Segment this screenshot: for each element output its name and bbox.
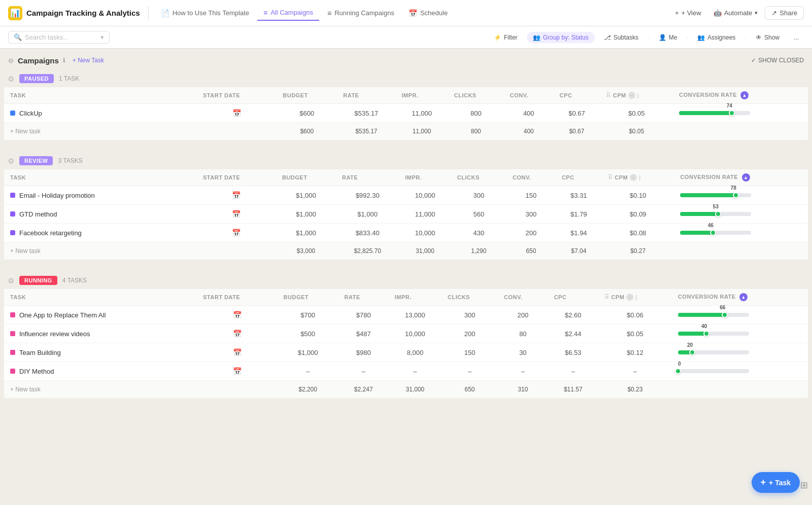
date-picker-icon[interactable]: 📅 <box>233 348 242 356</box>
progress-handle[interactable] <box>689 349 695 355</box>
sort-icon[interactable]: ▲ <box>742 173 750 182</box>
progress-label: 20 <box>687 342 693 348</box>
more-button[interactable]: ... <box>789 32 804 43</box>
progress-bar-bg[interactable] <box>680 231 751 235</box>
progress-handle[interactable] <box>729 110 735 116</box>
share-button[interactable]: ↗ Share <box>765 6 804 20</box>
toolbar: 🔍 Search tasks... ▾ ⚡ Filter 👥 Group by:… <box>0 26 812 49</box>
table-row: GTD method 📅 $1,000 $1,000 11,000 560 30… <box>4 205 808 224</box>
collapse-paused-icon[interactable]: ⊙ <box>8 75 14 83</box>
clicks-cell: 300 <box>442 306 498 324</box>
date-picker-icon[interactable]: 📅 <box>233 330 242 338</box>
col-conversion-rate: CONVERSION RATE ▲ <box>674 169 808 186</box>
chevron-down-icon: ▾ <box>755 10 758 16</box>
date-picker-icon[interactable]: 📅 <box>232 109 241 117</box>
footer-clicks: 650 <box>442 381 498 399</box>
me-button[interactable]: 👤 Me <box>654 32 683 43</box>
task-name[interactable]: Email - Holiday promotion <box>19 192 95 199</box>
col-cpc: CPC <box>556 169 602 186</box>
new-task-cell: + New task <box>4 242 197 260</box>
task-name[interactable]: DIY Method <box>19 368 54 375</box>
date-picker-icon[interactable]: 📅 <box>233 367 242 375</box>
rate-cell: – <box>339 362 389 381</box>
collapse-review-icon[interactable]: ⊙ <box>8 157 14 165</box>
show-button[interactable]: 👁 Show <box>751 32 785 43</box>
plus-icon: + <box>761 477 766 488</box>
col-conversion-rate: CONVERSION RATE ▲ <box>672 289 808 306</box>
tab-template[interactable]: 📄 How to Use This Template <box>155 6 255 20</box>
col-clicks: CLICKS <box>448 87 504 104</box>
filter-button[interactable]: ⚡ Filter <box>489 32 523 43</box>
progress-handle[interactable] <box>710 230 716 236</box>
progress-handle[interactable] <box>733 192 739 198</box>
collapse-section-icon[interactable]: ⊖ <box>8 57 14 64</box>
grid-view-icon[interactable]: ⊞ <box>800 480 808 491</box>
group-header-running: ⊙ RUNNING 4 TASKS <box>0 272 812 289</box>
progress-handle[interactable] <box>722 312 728 318</box>
conv-cell: 400 <box>504 104 554 123</box>
rate-cell: $992.30 <box>336 186 399 205</box>
automate-button[interactable]: 🤖 Automate ▾ <box>708 7 763 19</box>
new-task-link[interactable]: + New task <box>10 247 41 255</box>
sort-icon[interactable]: ▲ <box>739 293 748 301</box>
sort-icon[interactable]: ▲ <box>740 91 749 99</box>
progress-bar-container: 0 <box>678 369 749 373</box>
group-by-button[interactable]: 👥 Group by: Status <box>527 32 595 43</box>
progress-handle[interactable] <box>675 368 681 374</box>
task-name[interactable]: One App to Replace Them All <box>19 311 106 319</box>
tab-running-campaigns[interactable]: ≡ Running Campaigns <box>321 6 400 20</box>
view-button[interactable]: + + View <box>670 7 706 19</box>
conversion-rate-cell: 46 <box>674 224 808 242</box>
task-name[interactable]: Team Building <box>19 349 61 356</box>
task-name-cell: GTD method <box>4 205 197 224</box>
show-closed-button[interactable]: ✓ SHOW CLOSED <box>751 57 804 64</box>
checkmark-icon: ✓ <box>751 57 756 64</box>
progress-bar-fill <box>678 313 725 317</box>
date-picker-icon[interactable]: 📅 <box>232 191 241 199</box>
clicks-cell: 430 <box>451 224 506 242</box>
info-icon[interactable]: ℹ <box>63 57 65 64</box>
progress-handle[interactable] <box>715 211 721 217</box>
budget-cell: – <box>278 362 339 381</box>
task-name-cell: ClickUp <box>4 104 197 123</box>
add-task-button[interactable]: + + Task <box>752 472 800 493</box>
tab-schedule[interactable]: 📅 Schedule <box>402 6 454 20</box>
progress-bar-bg[interactable] <box>678 313 749 317</box>
progress-handle[interactable] <box>703 331 709 337</box>
assignees-button[interactable]: 👥 Assignees <box>692 32 740 43</box>
task-name[interactable]: Facebook retargeting <box>19 229 82 237</box>
rate-cell: $487 <box>339 324 389 343</box>
clicks-cell: 150 <box>442 343 498 362</box>
progress-bar-bg[interactable] <box>680 212 751 216</box>
task-name[interactable]: ClickUp <box>19 110 42 117</box>
new-task-link[interactable]: + New task <box>10 128 41 135</box>
progress-bar-bg[interactable] <box>678 350 749 354</box>
date-picker-icon[interactable]: 📅 <box>232 210 241 218</box>
divider2: · <box>686 33 688 41</box>
subtasks-button[interactable]: ⎇ Subtasks <box>599 32 644 43</box>
date-picker-icon[interactable]: 📅 <box>232 229 241 237</box>
cpc-cell: – <box>548 362 598 381</box>
tab-all-campaigns[interactable]: ≡ All Campaigns <box>257 6 319 21</box>
new-task-link[interactable]: + New task <box>10 386 41 393</box>
col-start-date: START DATE <box>197 289 278 306</box>
progress-bar-bg[interactable] <box>679 111 750 115</box>
new-task-button[interactable]: + New Task <box>70 56 107 65</box>
col-impr: IMPR. <box>389 289 442 306</box>
conversion-rate-cell: 78 <box>674 186 808 205</box>
task-name[interactable]: GTD method <box>19 210 57 218</box>
progress-bar-bg[interactable] <box>678 369 749 373</box>
date-picker-icon[interactable]: 📅 <box>233 311 242 319</box>
start-date-cell: 📅 <box>197 186 276 205</box>
task-name[interactable]: Influencer review videos <box>19 330 90 338</box>
progress-bar-bg[interactable] <box>678 332 749 336</box>
collapse-running-icon[interactable]: ⊙ <box>8 276 14 284</box>
task-count-paused: 1 TASK <box>59 75 79 82</box>
search-box[interactable]: 🔍 Search tasks... ▾ <box>8 31 110 44</box>
footer-clicks: 800 <box>448 123 504 140</box>
group-icon: 👥 <box>533 34 540 41</box>
impr-cell: – <box>389 362 442 381</box>
cpc-cell: $6.53 <box>548 343 598 362</box>
col-start-date: START DATE <box>197 87 277 104</box>
progress-bar-bg[interactable] <box>680 193 751 197</box>
